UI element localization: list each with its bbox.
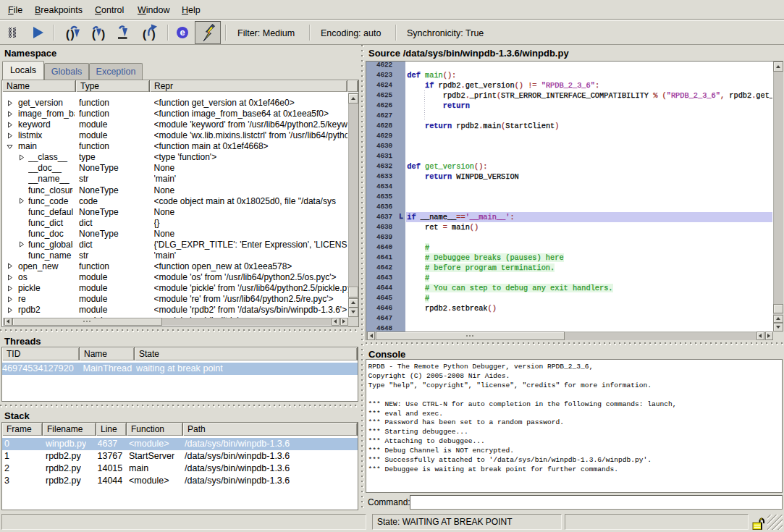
svg-text:): )	[69, 29, 76, 42]
svg-text:): )	[100, 29, 107, 42]
svg-text:(: (	[141, 29, 148, 42]
svg-text:): )	[150, 29, 157, 42]
svg-text:(: (	[90, 29, 98, 42]
